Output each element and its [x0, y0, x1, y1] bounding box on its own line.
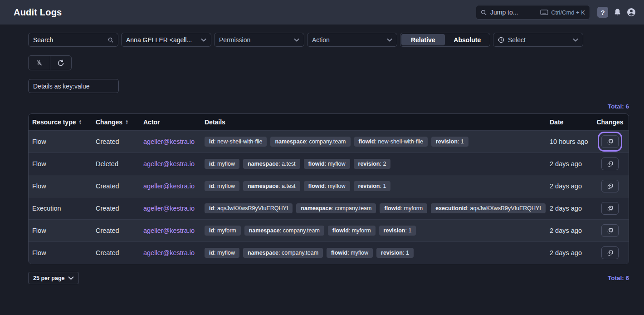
detail-chip: namespace: company.team: [296, 203, 376, 213]
actor-link[interactable]: ageller@kestra.io: [143, 227, 195, 234]
detail-chip: id: myflow: [205, 181, 239, 191]
navigation-off-button[interactable]: [29, 56, 50, 70]
view-changes-button[interactable]: [601, 158, 619, 170]
notifications-bell-icon[interactable]: [614, 8, 621, 16]
total-count-bottom: Total: 6: [608, 275, 629, 281]
help-button[interactable]: ?: [597, 7, 608, 18]
table-header-row: Resource type ▲▼ Changes ▲▼ Actor Detail…: [29, 114, 629, 130]
compare-changes-icon: [606, 205, 614, 212]
actor-link[interactable]: ageller@kestra.io: [143, 249, 195, 256]
navigation-off-icon: [35, 59, 43, 67]
chevron-down-icon: [294, 38, 299, 42]
detail-chip: namespace: company.team: [270, 137, 350, 147]
top-bar: Audit Logs Jump to... Ctrl/Cmd + K ?: [0, 0, 644, 25]
changes-action-cell: [591, 158, 629, 170]
column-header-date: Date: [546, 118, 591, 126]
jump-to-shortcut: Ctrl/Cmd + K: [551, 9, 585, 16]
detail-chip: flowid: myflow: [327, 248, 373, 258]
change-type-cell: Deleted: [92, 160, 140, 167]
compare-changes-icon: [606, 249, 614, 257]
resource-type-cell: Flow: [29, 249, 92, 256]
column-header-details: Details: [201, 118, 546, 126]
compare-changes-icon: [606, 182, 614, 190]
actor-cell: ageller@kestra.io: [140, 205, 201, 212]
details-cell: id: myflownamespace: a.testflowid: myflo…: [201, 181, 546, 191]
user-filter-dropdown[interactable]: Anna GELLER <agell...: [121, 33, 211, 47]
search-icon: [481, 10, 487, 15]
change-type-cell: Created: [92, 182, 140, 190]
detail-chip: revision: 1: [431, 137, 468, 147]
column-header-changes-action: Changes: [591, 118, 629, 126]
actor-cell: ageller@kestra.io: [140, 138, 201, 145]
view-changes-button[interactable]: [601, 180, 619, 192]
table-row: FlowCreatedageller@kestra.ioid: myflowna…: [29, 241, 629, 264]
details-cell: id: myflownamespace: company.teamflowid:…: [201, 248, 546, 258]
column-header-changes[interactable]: Changes ▲▼: [92, 118, 140, 126]
search-input[interactable]: Search: [28, 33, 118, 47]
detail-chip: namespace: a.test: [243, 159, 300, 169]
detail-chip: revision: 2: [354, 159, 391, 169]
time-mode-toggle: Relative Absolute: [400, 33, 490, 47]
details-input-placeholder: Details as key:value: [33, 83, 90, 90]
details-key-value-input[interactable]: Details as key:value: [28, 79, 119, 93]
actor-link[interactable]: ageller@kestra.io: [143, 138, 195, 145]
change-type-cell: Created: [92, 138, 140, 145]
search-input-placeholder: Search: [33, 36, 104, 44]
view-changes-button[interactable]: [601, 135, 619, 148]
view-changes-button[interactable]: [601, 224, 619, 237]
actor-cell: ageller@kestra.io: [140, 160, 201, 167]
sort-icon[interactable]: ▲▼: [78, 119, 82, 125]
table-row: ExecutionCreatedageller@kestra.ioid: aqs…: [29, 197, 629, 219]
permission-filter-dropdown[interactable]: Permission: [214, 33, 304, 47]
user-filter-value: Anna GELLER <agell...: [126, 36, 197, 44]
detail-chip: flowid: myflow: [304, 159, 350, 169]
chevron-down-icon: [201, 38, 206, 42]
resource-type-cell: Flow: [29, 227, 92, 234]
jump-to-search[interactable]: Jump to... Ctrl/Cmd + K: [476, 5, 590, 20]
detail-chip: id: myflow: [205, 248, 239, 258]
details-cell: id: myformnamespace: company.teamflowid:…: [201, 226, 546, 236]
table-row: FlowCreatedageller@kestra.ioid: myformna…: [29, 219, 629, 241]
view-changes-button[interactable]: [601, 246, 619, 259]
absolute-toggle-button[interactable]: Absolute: [446, 34, 489, 45]
detail-chip: flowid: new-shell-with-file: [354, 137, 428, 147]
actor-link[interactable]: ageller@kestra.io: [143, 160, 195, 167]
audit-table-body: FlowCreatedageller@kestra.ioid: new-shel…: [29, 130, 629, 264]
column-header-resource-type[interactable]: Resource type ▲▼: [29, 118, 92, 126]
chevron-down-icon: [573, 38, 578, 42]
per-page-label: 25 per page: [33, 275, 64, 281]
detail-chip: id: aqsJwKXwsR9yVIuERQHYI: [205, 203, 293, 213]
table-row: FlowDeletedageller@kestra.ioid: myflowna…: [29, 153, 629, 175]
resource-type-cell: Execution: [29, 205, 92, 212]
actor-link[interactable]: ageller@kestra.io: [143, 182, 195, 190]
detail-chip: flowid: myflow: [304, 181, 350, 191]
changes-action-cell: [591, 224, 629, 237]
time-range-select-dropdown[interactable]: Select: [493, 33, 583, 47]
view-changes-button[interactable]: [601, 202, 619, 215]
user-avatar-icon[interactable]: [627, 8, 636, 17]
detail-chip: namespace: company.team: [243, 248, 323, 258]
resource-type-cell: Flow: [29, 182, 92, 190]
column-header-actor: Actor: [140, 118, 201, 126]
resource-type-cell: Flow: [29, 160, 92, 167]
action-filter-dropdown[interactable]: Action: [307, 33, 397, 47]
date-cell: 10 hours ago: [546, 138, 591, 145]
detail-chip: namespace: company.team: [244, 226, 324, 236]
change-type-cell: Created: [92, 205, 140, 212]
changes-action-cell: [591, 202, 629, 215]
clock-icon: [498, 37, 504, 43]
compare-changes-icon: [606, 227, 614, 235]
detail-chip: revision: 1: [354, 181, 391, 191]
time-range-select-label: Select: [508, 36, 569, 44]
compare-changes-icon: [606, 160, 614, 168]
refresh-button[interactable]: [50, 56, 71, 70]
actor-link[interactable]: ageller@kestra.io: [143, 205, 195, 212]
filter-bar: Search Anna GELLER <agell... Permission …: [28, 33, 629, 47]
refresh-icon: [57, 59, 64, 67]
date-cell: 2 days ago: [546, 205, 591, 212]
per-page-dropdown[interactable]: 25 per page: [28, 272, 79, 284]
sort-icon[interactable]: ▲▼: [125, 119, 128, 125]
actor-cell: ageller@kestra.io: [140, 182, 201, 190]
relative-toggle-button[interactable]: Relative: [401, 34, 445, 45]
actor-cell: ageller@kestra.io: [140, 249, 201, 256]
